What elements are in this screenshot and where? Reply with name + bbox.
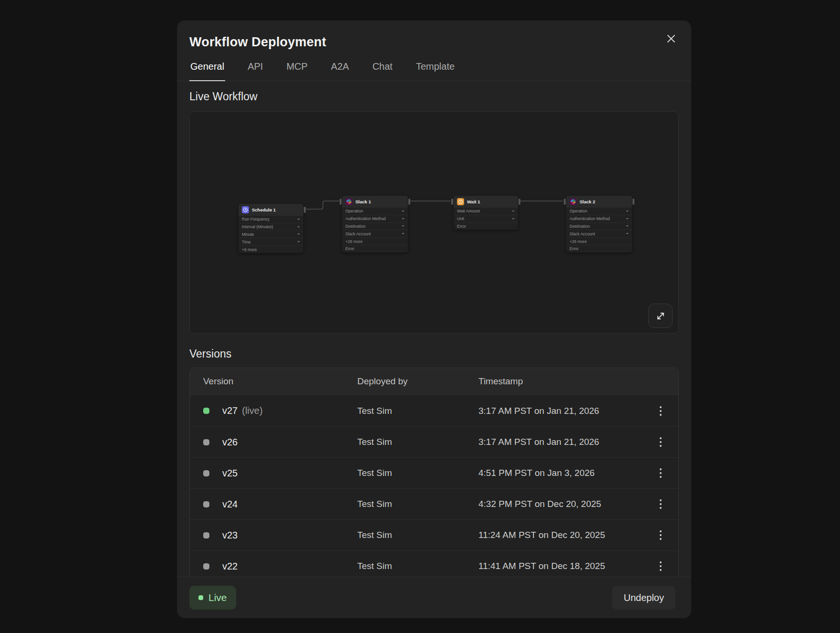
- version-label: v24: [222, 499, 238, 510]
- version-live-suffix: (live): [242, 405, 262, 416]
- caret-down-icon: [626, 225, 629, 227]
- tab-bar: General API MCP A2A Chat Template: [177, 61, 691, 81]
- version-label: v22: [222, 561, 238, 572]
- version-status-dot-icon: [203, 563, 209, 570]
- caret-down-icon: [297, 241, 300, 243]
- node-field-row[interactable]: Run Frequency: [239, 215, 303, 223]
- left-handle[interactable]: [564, 199, 566, 205]
- deployed-by-value: Test Sim: [357, 468, 478, 478]
- modal-body: Live Workflow Schedule 1 Run FrequencyIn…: [177, 81, 691, 577]
- right-handle[interactable]: [304, 207, 306, 213]
- versions-table: Version Deployed by Timestamp v27 (live)…: [189, 368, 679, 577]
- caret-down-icon: [297, 233, 300, 235]
- undeploy-button[interactable]: Undeploy: [612, 586, 675, 610]
- kebab-menu-icon[interactable]: [653, 401, 669, 421]
- workflow-node[interactable]: Slack 1 OperationAuthentication MethodDe…: [342, 196, 408, 253]
- left-handle[interactable]: [451, 199, 453, 205]
- node-field-row[interactable]: Unit: [454, 215, 518, 222]
- deployed-by-value: Test Sim: [357, 561, 478, 571]
- node-field-row[interactable]: Slack Account: [342, 230, 408, 237]
- node-field-label: +26 more: [570, 239, 587, 244]
- node-field-row[interactable]: Operation: [342, 207, 408, 215]
- node-field-row[interactable]: Slack Account: [566, 230, 632, 237]
- workflow-canvas[interactable]: Schedule 1 Run FrequencyInterval (Minute…: [189, 111, 679, 334]
- tab-template[interactable]: Template: [415, 61, 456, 81]
- kebab-menu-icon[interactable]: [653, 495, 669, 514]
- tab-a2a[interactable]: A2A: [330, 61, 350, 81]
- tab-chat[interactable]: Chat: [372, 61, 394, 81]
- deployed-by-value: Test Sim: [357, 406, 478, 416]
- version-label: v25: [222, 468, 238, 479]
- modal-header: Workflow Deployment: [177, 21, 691, 50]
- workflow-node-header[interactable]: Slack 2: [566, 196, 632, 207]
- tab-mcp[interactable]: MCP: [285, 61, 308, 81]
- node-field-row: Error: [566, 245, 632, 253]
- version-status-dot-icon: [203, 408, 209, 414]
- node-field-row[interactable]: Destination: [566, 222, 632, 230]
- node-field-label: Authentication Method: [345, 216, 386, 221]
- node-field-label: Destination: [570, 224, 590, 229]
- expand-button[interactable]: [648, 304, 673, 328]
- workflow-node[interactable]: Wait 1 Wait AmountUnitError: [454, 196, 518, 230]
- deployed-by-value: Test Sim: [357, 530, 478, 540]
- node-field-row: Error: [342, 245, 408, 253]
- column-header-deployed-by: Deployed by: [357, 376, 478, 387]
- caret-down-icon: [512, 211, 515, 212]
- page-background: { "modal": { "title": "Workflow Deployme…: [0, 0, 840, 633]
- node-field-row[interactable]: Operation: [566, 207, 632, 215]
- version-label: v23: [222, 530, 238, 541]
- workflow-node[interactable]: Schedule 1 Run FrequencyInterval (Minute…: [239, 204, 303, 253]
- table-row: v24 Test Sim 4:32 PM PST on Dec 20, 2025: [190, 488, 678, 519]
- node-field-row[interactable]: Minute: [239, 231, 303, 238]
- node-field-label: Minute: [242, 232, 254, 237]
- modal-title: Workflow Deployment: [189, 35, 679, 50]
- workflow-node[interactable]: Slack 2 OperationAuthentication MethodDe…: [566, 196, 632, 253]
- tab-label: General: [190, 61, 224, 72]
- caret-down-icon: [402, 225, 404, 227]
- version-label: v26: [222, 437, 238, 448]
- node-field-label: Interval (Minutes): [242, 224, 273, 229]
- node-field-label: Operation: [570, 209, 587, 213]
- timestamp-value: 4:51 PM PST on Jan 3, 2026: [478, 468, 646, 478]
- node-field-row[interactable]: Interval (Minutes): [239, 223, 303, 231]
- tab-api[interactable]: API: [247, 61, 264, 81]
- node-title: Schedule 1: [252, 207, 276, 212]
- version-status-dot-icon: [203, 470, 209, 476]
- node-title: Wait 1: [467, 199, 480, 204]
- node-field-label: +6 more: [242, 247, 257, 252]
- caret-down-icon: [402, 218, 404, 220]
- expand-icon: [655, 310, 666, 322]
- right-handle[interactable]: [408, 199, 410, 205]
- kebab-menu-icon[interactable]: [653, 464, 669, 483]
- table-row: v26 Test Sim 3:17 AM PST on Jan 21, 2026: [190, 426, 678, 457]
- right-handle[interactable]: [633, 199, 634, 205]
- caret-down-icon: [626, 218, 629, 220]
- modal-footer: Live Undeploy: [177, 577, 691, 618]
- slack-icon: [570, 198, 577, 205]
- workflow-node-header[interactable]: Slack 1: [342, 196, 408, 207]
- node-field-label: Time: [242, 240, 251, 244]
- caret-down-icon: [626, 233, 629, 234]
- close-button[interactable]: [663, 30, 680, 47]
- kebab-menu-icon[interactable]: [653, 526, 669, 545]
- left-handle[interactable]: [340, 199, 342, 205]
- kebab-menu-icon[interactable]: [653, 433, 669, 452]
- node-field-row[interactable]: Authentication Method: [566, 215, 632, 222]
- right-handle[interactable]: [519, 199, 520, 205]
- node-field-row: +26 more: [566, 237, 632, 245]
- kebab-menu-icon[interactable]: [653, 557, 669, 576]
- timestamp-value: 3:17 AM PST on Jan 21, 2026: [478, 406, 646, 416]
- node-fields: Run FrequencyInterval (Minutes)MinuteTim…: [239, 215, 303, 253]
- node-field-label: Wait Amount: [457, 209, 480, 213]
- column-header-timestamp: Timestamp: [478, 376, 646, 387]
- node-field-row[interactable]: Time: [239, 238, 303, 245]
- node-field-row[interactable]: Authentication Method: [342, 215, 408, 222]
- workflow-node-header[interactable]: Wait 1: [454, 196, 518, 207]
- deployed-by-value: Test Sim: [357, 499, 478, 509]
- workflow-node-header[interactable]: Schedule 1: [239, 204, 303, 215]
- tab-general[interactable]: General: [189, 61, 225, 81]
- node-field-row[interactable]: Wait Amount: [454, 207, 518, 215]
- table-row: v23 Test Sim 11:24 AM PST on Dec 20, 202…: [190, 519, 678, 550]
- node-field-label: Destination: [345, 224, 366, 229]
- node-field-row[interactable]: Destination: [342, 222, 408, 230]
